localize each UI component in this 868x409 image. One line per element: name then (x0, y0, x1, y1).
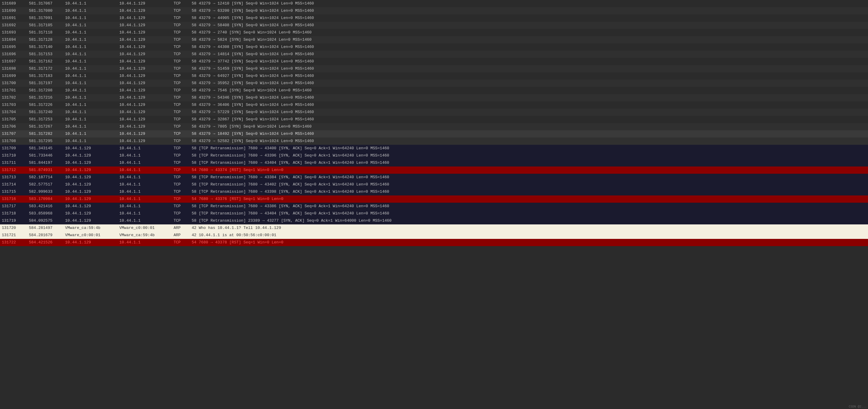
packet-no: 131703 (0, 101, 27, 109)
packet-src: 10.44.1.129 (63, 159, 118, 167)
table-row[interactable]: 131693581.31711810.44.1.110.44.1.129TCP5… (0, 29, 868, 36)
packet-no: 131696 (0, 51, 27, 58)
packet-no: 131689 (0, 0, 27, 7)
table-row[interactable]: 131695581.31714010.44.1.110.44.1.129TCP5… (0, 43, 868, 51)
table-row[interactable]: 131709581.34314510.44.1.12910.44.1.1TCP5… (0, 145, 868, 152)
packet-no: 131715 (0, 188, 27, 196)
table-row[interactable]: 131704581.31724010.44.1.110.44.1.129TCP5… (0, 109, 868, 116)
packet-time: 584.092575 (27, 217, 63, 225)
packet-time: 581.317118 (27, 29, 63, 36)
packet-no: 131699 (0, 72, 27, 80)
packet-dst: 10.44.1.129 (118, 51, 172, 58)
table-row[interactable]: 131696581.31715310.44.1.110.44.1.129TCP5… (0, 51, 868, 58)
table-row[interactable]: 131712581.87493110.44.1.12910.44.1.1TCP5… (0, 167, 868, 174)
packet-proto: TCP (172, 188, 190, 196)
packet-time: 581.874931 (27, 167, 63, 174)
packet-time: 581.317067 (27, 0, 63, 7)
table-row[interactable]: 131707581.31728210.44.1.110.44.1.129TCP5… (0, 130, 868, 138)
packet-info: 58 43279 → 5824 [SYN] Seq=0 Win=1024 Len… (190, 36, 868, 43)
packet-no: 131710 (0, 152, 27, 159)
table-row[interactable]: 131698581.31717210.44.1.110.44.1.129TCP5… (0, 65, 868, 72)
packet-src: 10.44.1.129 (63, 167, 118, 174)
packet-time: 581.317162 (27, 58, 63, 65)
packet-info: 58 43279 → 36406 [SYN] Seq=0 Win=1024 Le… (190, 101, 868, 109)
packet-proto: TCP (172, 203, 190, 210)
packet-proto: TCP (172, 43, 190, 51)
packet-time: 581.317140 (27, 43, 63, 51)
table-row[interactable]: 131697581.31716210.44.1.110.44.1.129TCP5… (0, 58, 868, 65)
packet-time: 581.844197 (27, 159, 63, 167)
packet-dst: VMware_c0:00:01 (118, 225, 172, 232)
packet-src: 10.44.1.1 (63, 123, 118, 130)
packet-dst: 10.44.1.1 (118, 152, 172, 159)
table-row[interactable]: 131705581.31725310.44.1.110.44.1.129TCP5… (0, 116, 868, 123)
packet-proto: TCP (172, 174, 190, 181)
packet-info: 58 43279 → 12410 [SYN] Seq=0 Win=1024 Le… (190, 0, 868, 7)
table-row[interactable]: 131717583.42141610.44.1.12910.44.1.1TCP5… (0, 203, 868, 210)
packet-info: 42 10.44.1.1 is at 00:50:56:c0:00:01 (190, 232, 868, 239)
packet-src: 10.44.1.1 (63, 29, 118, 36)
packet-no: 131712 (0, 167, 27, 174)
packet-time: 581.317240 (27, 109, 63, 116)
packet-proto: TCP (172, 7, 190, 14)
packet-info: 54 7680 → 43374 [RST] Seq=1 Win=0 Len=0 (190, 167, 868, 174)
table-row[interactable]: 131714582.57751710.44.1.12910.44.1.1TCP5… (0, 181, 868, 188)
packet-no: 131721 (0, 232, 27, 239)
packet-time: 582.999633 (27, 188, 63, 196)
packet-src: 10.44.1.129 (63, 152, 118, 159)
table-row[interactable]: 131691581.31709110.44.1.110.44.1.129TCP5… (0, 14, 868, 22)
packet-src: 10.44.1.129 (63, 174, 118, 181)
packet-src: 10.44.1.1 (63, 14, 118, 22)
table-row[interactable]: 131711581.84419710.44.1.12910.44.1.1TCP5… (0, 159, 868, 167)
table-row[interactable]: 131710581.73344610.44.1.12910.44.1.1TCP5… (0, 152, 868, 159)
table-row[interactable]: 131716583.17098410.44.1.12910.44.1.1TCP5… (0, 196, 868, 203)
table-row[interactable]: 131706581.31726710.44.1.110.44.1.129TCP5… (0, 123, 868, 130)
packet-proto: TCP (172, 167, 190, 174)
table-row[interactable]: 131708581.31729510.44.1.110.44.1.129TCP5… (0, 138, 868, 145)
packet-info: 58 43279 → 51459 [SYN] Seq=0 Win=1024 Le… (190, 65, 868, 72)
packet-src: 10.44.1.1 (63, 130, 118, 138)
packet-info: 58 43279 → 18492 [SYN] Seq=0 Win=1024 Le… (190, 130, 868, 138)
table-row[interactable]: 131713582.18771410.44.1.12910.44.1.1TCP5… (0, 174, 868, 181)
packet-info: 58 43279 → 37742 [SYN] Seq=0 Win=1024 Le… (190, 58, 868, 65)
table-row[interactable]: 131700581.31719710.44.1.110.44.1.129TCP5… (0, 80, 868, 87)
packet-info: 54 7680 → 43376 [RST] Seq=1 Win=0 Len=0 (190, 196, 868, 203)
packet-no: 131713 (0, 174, 27, 181)
table-row[interactable]: 131715582.99963310.44.1.12910.44.1.1TCP5… (0, 188, 868, 196)
packet-src: 10.44.1.1 (63, 101, 118, 109)
packet-src: VMware_ca:59:4b (63, 225, 118, 232)
packet-proto: TCP (172, 0, 190, 7)
table-row[interactable]: 131719584.09257510.44.1.12910.44.1.1TCP5… (0, 217, 868, 225)
table-row[interactable]: 131703581.31722610.44.1.110.44.1.129TCP5… (0, 101, 868, 109)
packet-src: 10.44.1.1 (63, 109, 118, 116)
table-row[interactable]: 131694581.31712810.44.1.110.44.1.129TCP5… (0, 36, 868, 43)
packet-no: 131717 (0, 203, 27, 210)
packet-src: 10.44.1.129 (63, 145, 118, 152)
table-row[interactable]: 131701581.31720810.44.1.110.44.1.129TCP5… (0, 87, 868, 94)
packet-proto: TCP (172, 58, 190, 65)
packet-src: 10.44.1.1 (63, 94, 118, 101)
table-row[interactable]: 131702581.31721610.44.1.110.44.1.129TCP5… (0, 94, 868, 101)
table-row[interactable]: 131720584.281497VMware_ca:59:4bVMware_c0… (0, 225, 868, 232)
packet-time: 581.317080 (27, 7, 63, 14)
table-row[interactable]: 131718583.85896810.44.1.12910.44.1.1TCP5… (0, 210, 868, 217)
packet-src: 10.44.1.1 (63, 36, 118, 43)
packet-proto: TCP (172, 145, 190, 152)
packet-proto: TCP (172, 159, 190, 167)
packet-dst: 10.44.1.1 (118, 210, 172, 217)
packet-time: 581.317172 (27, 65, 63, 72)
table-row[interactable]: 131690581.31708010.44.1.110.44.1.129TCP5… (0, 7, 868, 14)
packet-no: 131690 (0, 7, 27, 14)
packet-no: 131707 (0, 130, 27, 138)
table-row[interactable]: 131721584.281679VMware_c0:00:01VMware_ca… (0, 232, 868, 239)
table-row[interactable]: 131722584.42152610.44.1.12910.44.1.1TCP5… (0, 239, 868, 246)
table-row[interactable]: 131689581.31706710.44.1.110.44.1.129TCP5… (0, 0, 868, 7)
packet-info: 58 43279 → 35952 [SYN] Seq=0 Win=1024 Le… (190, 80, 868, 87)
table-row[interactable]: 131699581.31718310.44.1.110.44.1.129TCP5… (0, 72, 868, 80)
packet-info: 58 43279 → 64927 [SYN] Seq=0 Win=1024 Le… (190, 72, 868, 80)
packet-info: 54 7680 → 43378 [RST] Seq=1 Win=0 Len=0 (190, 239, 868, 246)
packet-proto: TCP (172, 51, 190, 58)
packet-src: 10.44.1.129 (63, 239, 118, 246)
table-row[interactable]: 131692581.31710510.44.1.110.44.1.129TCP5… (0, 22, 868, 29)
packet-info: 58 43279 → 63200 [SYN] Seq=0 Win=1024 Le… (190, 7, 868, 14)
